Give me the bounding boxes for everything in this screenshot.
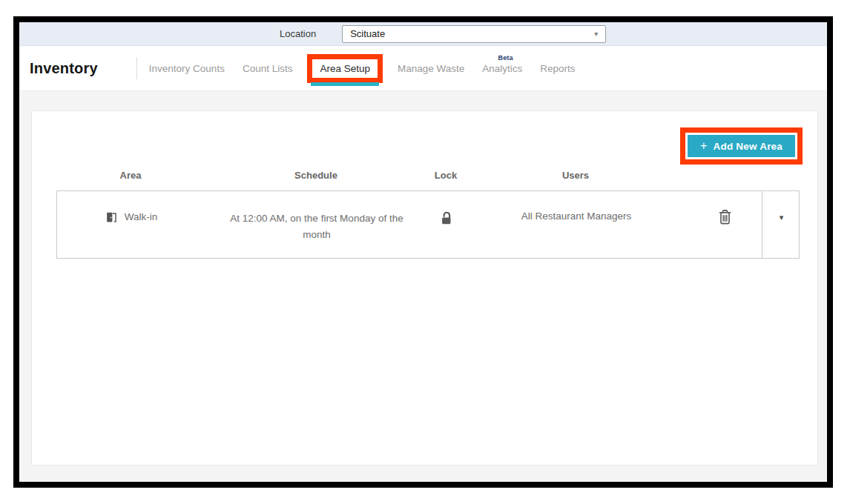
location-select[interactable]: Scituate ▾ xyxy=(342,25,606,43)
tab-area-setup[interactable]: Area Setup xyxy=(307,54,383,83)
header-divider xyxy=(136,57,137,79)
users-cell: All Restaurant Managers xyxy=(465,191,688,258)
column-header-actions xyxy=(687,170,761,181)
door-icon xyxy=(105,210,118,225)
unlock-icon[interactable] xyxy=(439,210,454,226)
tab-reports[interactable]: Reports xyxy=(540,63,575,74)
content-area: + Add New Area Area Schedule Lock Users xyxy=(19,91,827,481)
column-header-expand xyxy=(761,170,800,181)
column-header-users: Users xyxy=(464,170,687,181)
table-header-row: Area Schedule Lock Users xyxy=(56,170,800,181)
annotation-highlight-area-setup: Area Setup xyxy=(307,63,383,74)
tab-count-lists[interactable]: Count Lists xyxy=(243,63,293,74)
chevron-down-icon: ▾ xyxy=(780,213,784,222)
active-tab-underline xyxy=(311,82,379,86)
schedule-text: At 12:00 AM, on the first Monday of the … xyxy=(217,210,416,244)
inventory-header: Inventory Inventory Counts Count Lists A… xyxy=(19,46,827,91)
actions-cell xyxy=(688,191,762,258)
beta-badge: Beta xyxy=(498,54,513,62)
area-name: Walk-in xyxy=(125,210,158,222)
location-label: Location xyxy=(280,28,316,39)
tab-analytics-label: Analytics xyxy=(482,63,522,74)
delete-area-button[interactable] xyxy=(717,208,733,226)
schedule-cell: At 12:00 AM, on the first Monday of the … xyxy=(205,191,428,258)
app-window: Location Scituate ▾ Inventory Inventory … xyxy=(13,16,833,488)
tab-manage-waste[interactable]: Manage Waste xyxy=(398,63,464,74)
table-row: Walk-in At 12:00 AM, on the first Monday… xyxy=(56,190,800,259)
area-setup-card: + Add New Area Area Schedule Lock Users xyxy=(31,110,818,465)
add-new-area-label: Add New Area xyxy=(714,141,783,152)
area-cell: Walk-in xyxy=(57,191,205,258)
plus-icon: + xyxy=(700,140,708,152)
lock-cell xyxy=(428,191,465,258)
areas-table: Area Schedule Lock Users xyxy=(56,170,800,259)
page-title: Inventory xyxy=(30,60,98,77)
column-header-area: Area xyxy=(56,170,205,181)
add-new-area-button[interactable]: + Add New Area xyxy=(688,135,795,157)
users-text: All Restaurant Managers xyxy=(521,210,632,222)
column-header-lock: Lock xyxy=(427,170,464,181)
chevron-down-icon: ▾ xyxy=(594,30,598,38)
location-bar: Location Scituate ▾ xyxy=(19,22,827,46)
trash-icon xyxy=(717,208,733,226)
expand-row-button[interactable]: ▾ xyxy=(762,191,800,258)
tab-analytics[interactable]: Beta Analytics xyxy=(482,63,522,74)
annotation-highlight-add-button: + Add New Area xyxy=(680,127,803,165)
tab-inventory-counts[interactable]: Inventory Counts xyxy=(149,63,225,74)
column-header-schedule: Schedule xyxy=(205,170,427,181)
location-selected-value: Scituate xyxy=(350,28,385,39)
tab-bar: Inventory Counts Count Lists Area Setup … xyxy=(149,63,576,74)
